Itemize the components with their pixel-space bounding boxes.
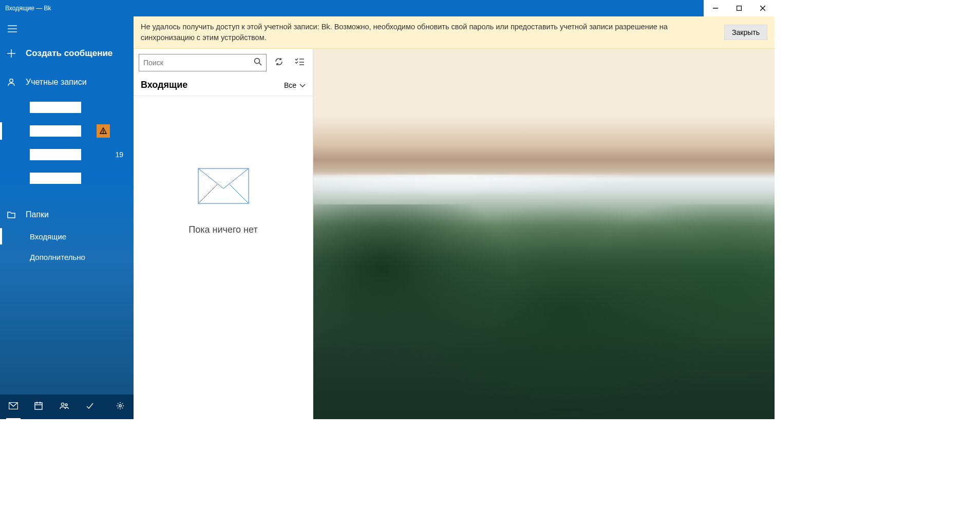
- settings-nav-button[interactable]: [110, 394, 130, 419]
- select-list-icon: [295, 58, 304, 67]
- account-item[interactable]: [0, 119, 134, 143]
- folders-header[interactable]: Папки: [0, 203, 134, 226]
- search-input[interactable]: [143, 59, 251, 67]
- todo-nav-button[interactable]: [80, 394, 100, 419]
- compose-button[interactable]: Создать сообщение: [0, 41, 134, 66]
- account-item[interactable]: 19: [0, 143, 134, 166]
- minimize-button[interactable]: [704, 0, 727, 16]
- chevron-down-icon: [299, 81, 306, 89]
- hamburger-button[interactable]: [0, 16, 25, 41]
- svg-rect-25: [198, 168, 249, 203]
- people-icon: [60, 402, 69, 411]
- svg-point-11: [103, 133, 104, 133]
- warning-badge: [97, 124, 110, 138]
- folders-header-label: Папки: [26, 210, 49, 219]
- svg-point-20: [255, 59, 260, 64]
- compose-label: Создать сообщение: [26, 48, 112, 59]
- accounts-header[interactable]: Учетные записи: [0, 71, 134, 93]
- calendar-icon: [34, 402, 43, 412]
- svg-point-9: [10, 79, 13, 82]
- mail-icon: [9, 402, 18, 411]
- account-name-redacted: [30, 125, 81, 137]
- empty-text: Пока ничего нет: [189, 224, 257, 235]
- person-icon: [7, 78, 15, 86]
- list-header: Входящие Все: [134, 74, 313, 96]
- titlebar: Входящие — Bk: [0, 0, 775, 16]
- svg-point-18: [65, 404, 67, 406]
- search-icon: [254, 58, 262, 68]
- svg-line-21: [259, 63, 262, 66]
- sync-button[interactable]: [271, 54, 287, 71]
- todo-icon: [86, 402, 94, 412]
- folder-label: Входящие: [30, 232, 66, 241]
- svg-point-17: [61, 403, 64, 405]
- message-list-column: Входящие Все Пока ничего нет: [134, 49, 313, 419]
- window-controls: [704, 0, 775, 16]
- account-item[interactable]: [0, 166, 134, 190]
- accounts-list: 19: [0, 96, 134, 190]
- envelope-icon: [198, 168, 249, 224]
- account-name-redacted: [30, 173, 81, 184]
- reading-pane: [313, 49, 775, 419]
- account-name-redacted: [30, 149, 81, 160]
- list-title: Входящие: [141, 80, 187, 90]
- window-title: Входящие — Bk: [5, 5, 51, 12]
- filter-dropdown[interactable]: Все: [284, 81, 306, 89]
- folder-more[interactable]: Дополнительно: [0, 247, 134, 267]
- gear-icon: [116, 402, 124, 412]
- folder-label: Дополнительно: [30, 253, 85, 261]
- folder-icon: [7, 211, 15, 218]
- svg-point-19: [119, 405, 121, 407]
- account-name-redacted: [30, 102, 81, 113]
- sync-icon: [274, 57, 284, 68]
- account-item[interactable]: [0, 96, 134, 119]
- close-window-button[interactable]: [751, 0, 775, 16]
- error-banner: Не удалось получить доступ к этой учетно…: [134, 16, 775, 49]
- svg-rect-1: [737, 6, 742, 11]
- unread-count: 19: [115, 151, 123, 159]
- sidebar: Создать сообщение Учетные записи 19: [0, 16, 134, 419]
- empty-state: Пока ничего нет: [134, 96, 313, 419]
- folder-inbox[interactable]: Входящие: [0, 226, 134, 247]
- svg-rect-13: [35, 403, 42, 409]
- accounts-header-label: Учетные записи: [26, 78, 87, 87]
- people-nav-button[interactable]: [54, 394, 74, 419]
- select-mode-button[interactable]: [291, 54, 308, 71]
- search-box[interactable]: [139, 54, 267, 71]
- bottom-nav: [0, 394, 134, 419]
- banner-close-button[interactable]: Закрыть: [724, 25, 767, 40]
- calendar-nav-button[interactable]: [29, 394, 49, 419]
- filter-label: Все: [284, 81, 296, 89]
- banner-message: Не удалось получить доступ к этой учетно…: [141, 22, 716, 43]
- plus-icon: [7, 49, 15, 58]
- mail-nav-button[interactable]: [3, 394, 24, 419]
- maximize-button[interactable]: [727, 0, 751, 16]
